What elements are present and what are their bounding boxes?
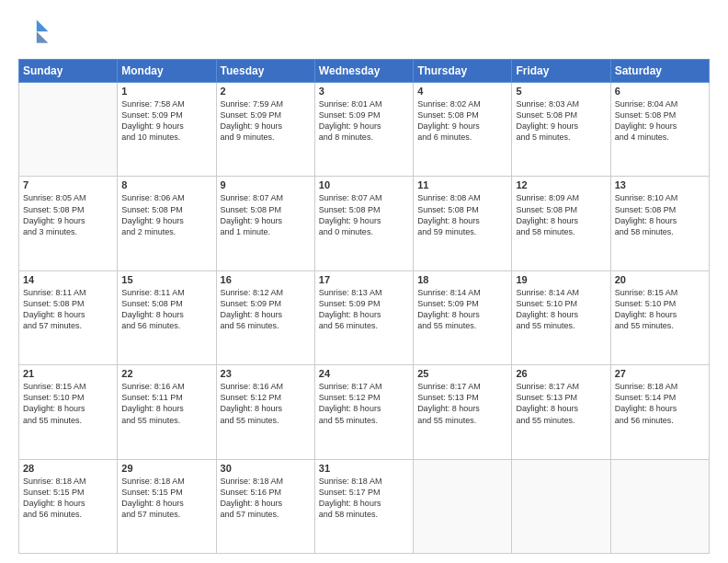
day-info: Sunrise: 8:18 AM Sunset: 5:17 PM Dayligh…: [319, 476, 409, 521]
logo-icon: [18, 17, 51, 50]
day-cell: 1Sunrise: 7:58 AM Sunset: 5:09 PM Daylig…: [118, 83, 216, 177]
day-info: Sunrise: 8:17 AM Sunset: 5:12 PM Dayligh…: [319, 381, 409, 426]
day-info: Sunrise: 8:11 AM Sunset: 5:08 PM Dayligh…: [23, 287, 113, 332]
day-number: 22: [121, 368, 211, 379]
day-info: Sunrise: 8:04 AM Sunset: 5:08 PM Dayligh…: [615, 98, 705, 144]
week-row-4: 28Sunrise: 8:18 AM Sunset: 5:15 PM Dayli…: [19, 459, 710, 553]
day-info: Sunrise: 8:08 AM Sunset: 5:08 PM Dayligh…: [417, 192, 507, 237]
day-number: 6: [615, 86, 705, 97]
day-number: 16: [221, 274, 311, 285]
day-info: Sunrise: 8:07 AM Sunset: 5:08 PM Dayligh…: [221, 192, 311, 237]
day-cell: 15Sunrise: 8:11 AM Sunset: 5:08 PM Dayli…: [118, 270, 216, 364]
header-cell-saturday: Saturday: [610, 60, 709, 83]
day-cell: 16Sunrise: 8:12 AM Sunset: 5:09 PM Dayli…: [216, 270, 314, 364]
day-info: Sunrise: 8:07 AM Sunset: 5:08 PM Dayligh…: [319, 192, 409, 237]
day-info: Sunrise: 8:18 AM Sunset: 5:14 PM Dayligh…: [615, 381, 705, 426]
day-number: 9: [221, 179, 311, 190]
day-number: 27: [615, 368, 705, 379]
header-cell-thursday: Thursday: [414, 60, 512, 83]
day-cell: 29Sunrise: 8:18 AM Sunset: 5:15 PM Dayli…: [118, 459, 216, 553]
header-cell-wednesday: Wednesday: [314, 60, 413, 83]
week-row-3: 21Sunrise: 8:15 AM Sunset: 5:10 PM Dayli…: [19, 365, 710, 459]
day-cell: 12Sunrise: 8:09 AM Sunset: 5:08 PM Dayli…: [512, 177, 610, 270]
week-row-2: 14Sunrise: 8:11 AM Sunset: 5:08 PM Dayli…: [19, 270, 710, 364]
day-number: 19: [516, 274, 606, 285]
day-cell: 13Sunrise: 8:10 AM Sunset: 5:08 PM Dayli…: [610, 177, 709, 270]
day-number: 29: [121, 463, 211, 474]
day-cell: 11Sunrise: 8:08 AM Sunset: 5:08 PM Dayli…: [414, 177, 512, 270]
day-number: 26: [516, 368, 606, 379]
day-cell: [19, 83, 118, 177]
day-info: Sunrise: 7:58 AM Sunset: 5:09 PM Dayligh…: [121, 98, 211, 144]
day-number: 11: [417, 179, 507, 190]
svg-marker-1: [37, 31, 49, 43]
week-row-0: 1Sunrise: 7:58 AM Sunset: 5:09 PM Daylig…: [19, 83, 710, 177]
day-info: Sunrise: 8:06 AM Sunset: 5:08 PM Dayligh…: [121, 192, 211, 237]
day-number: 1: [121, 86, 211, 97]
day-info: Sunrise: 8:14 AM Sunset: 5:10 PM Dayligh…: [516, 287, 606, 332]
day-number: 12: [516, 179, 606, 190]
day-info: Sunrise: 8:15 AM Sunset: 5:10 PM Dayligh…: [615, 287, 705, 332]
day-cell: 24Sunrise: 8:17 AM Sunset: 5:12 PM Dayli…: [314, 365, 413, 459]
day-number: 3: [319, 86, 409, 97]
day-number: 10: [319, 179, 409, 190]
day-info: Sunrise: 8:13 AM Sunset: 5:09 PM Dayligh…: [319, 287, 409, 332]
header-cell-sunday: Sunday: [19, 60, 118, 83]
day-number: 7: [23, 179, 113, 190]
day-number: 24: [319, 368, 409, 379]
day-info: Sunrise: 8:11 AM Sunset: 5:08 PM Dayligh…: [121, 287, 211, 332]
day-cell: 9Sunrise: 8:07 AM Sunset: 5:08 PM Daylig…: [216, 177, 314, 270]
day-number: 20: [615, 274, 705, 285]
logo: [18, 17, 55, 50]
day-cell: [414, 459, 512, 553]
day-cell: 10Sunrise: 8:07 AM Sunset: 5:08 PM Dayli…: [314, 177, 413, 270]
day-info: Sunrise: 8:15 AM Sunset: 5:10 PM Dayligh…: [23, 381, 113, 426]
day-info: Sunrise: 8:16 AM Sunset: 5:12 PM Dayligh…: [221, 381, 311, 426]
day-info: Sunrise: 8:10 AM Sunset: 5:08 PM Dayligh…: [615, 192, 705, 237]
day-number: 28: [23, 463, 113, 474]
day-number: 25: [417, 368, 507, 379]
day-info: Sunrise: 8:01 AM Sunset: 5:09 PM Dayligh…: [319, 98, 409, 144]
week-row-1: 7Sunrise: 8:05 AM Sunset: 5:08 PM Daylig…: [19, 177, 710, 270]
day-cell: 19Sunrise: 8:14 AM Sunset: 5:10 PM Dayli…: [512, 270, 610, 364]
day-number: 8: [121, 179, 211, 190]
day-info: Sunrise: 8:05 AM Sunset: 5:08 PM Dayligh…: [23, 192, 113, 237]
day-info: Sunrise: 8:09 AM Sunset: 5:08 PM Dayligh…: [516, 192, 606, 237]
day-cell: [610, 459, 709, 553]
day-info: Sunrise: 8:18 AM Sunset: 5:15 PM Dayligh…: [23, 476, 113, 521]
day-info: Sunrise: 8:18 AM Sunset: 5:15 PM Dayligh…: [121, 476, 211, 521]
day-cell: [512, 459, 610, 553]
day-number: 14: [23, 274, 113, 285]
day-info: Sunrise: 8:12 AM Sunset: 5:09 PM Dayligh…: [221, 287, 311, 332]
day-number: 15: [121, 274, 211, 285]
day-cell: 3Sunrise: 8:01 AM Sunset: 5:09 PM Daylig…: [314, 83, 413, 177]
day-info: Sunrise: 8:02 AM Sunset: 5:08 PM Dayligh…: [417, 98, 507, 144]
day-cell: 18Sunrise: 8:14 AM Sunset: 5:09 PM Dayli…: [414, 270, 512, 364]
header-cell-tuesday: Tuesday: [216, 60, 314, 83]
day-number: 4: [417, 86, 507, 97]
header-cell-friday: Friday: [512, 60, 610, 83]
day-number: 18: [417, 274, 507, 285]
day-info: Sunrise: 8:16 AM Sunset: 5:11 PM Dayligh…: [121, 381, 211, 426]
day-cell: 20Sunrise: 8:15 AM Sunset: 5:10 PM Dayli…: [610, 270, 709, 364]
calendar-table: SundayMondayTuesdayWednesdayThursdayFrid…: [18, 59, 710, 554]
calendar-header: SundayMondayTuesdayWednesdayThursdayFrid…: [19, 60, 710, 83]
day-cell: 8Sunrise: 8:06 AM Sunset: 5:08 PM Daylig…: [118, 177, 216, 270]
day-cell: 28Sunrise: 8:18 AM Sunset: 5:15 PM Dayli…: [19, 459, 118, 553]
day-number: 17: [319, 274, 409, 285]
day-info: Sunrise: 8:17 AM Sunset: 5:13 PM Dayligh…: [417, 381, 507, 426]
day-cell: 25Sunrise: 8:17 AM Sunset: 5:13 PM Dayli…: [414, 365, 512, 459]
svg-marker-0: [37, 20, 49, 32]
day-number: 2: [221, 86, 311, 97]
header-cell-monday: Monday: [118, 60, 216, 83]
day-info: Sunrise: 8:14 AM Sunset: 5:09 PM Dayligh…: [417, 287, 507, 332]
day-cell: 31Sunrise: 8:18 AM Sunset: 5:17 PM Dayli…: [314, 459, 413, 553]
header: [18, 17, 710, 50]
calendar-body: 1Sunrise: 7:58 AM Sunset: 5:09 PM Daylig…: [19, 83, 710, 554]
day-cell: 23Sunrise: 8:16 AM Sunset: 5:12 PM Dayli…: [216, 365, 314, 459]
day-cell: 14Sunrise: 8:11 AM Sunset: 5:08 PM Dayli…: [19, 270, 118, 364]
day-number: 13: [615, 179, 705, 190]
day-cell: 22Sunrise: 8:16 AM Sunset: 5:11 PM Dayli…: [118, 365, 216, 459]
day-number: 30: [221, 463, 311, 474]
page: SundayMondayTuesdayWednesdayThursdayFrid…: [0, 0, 728, 563]
